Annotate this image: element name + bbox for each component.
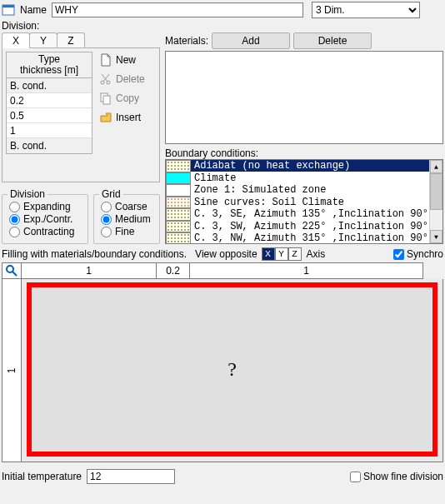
boundary-item[interactable]: Climate [166, 172, 442, 185]
insert-button[interactable]: Insert [98, 109, 154, 126]
new-button[interactable]: New [98, 52, 154, 68]
color-swatch [166, 172, 191, 185]
materials-add-button[interactable]: Add [212, 32, 290, 49]
thickness-row[interactable]: B. cond. [7, 78, 92, 93]
insert-icon [99, 111, 112, 124]
name-input[interactable] [52, 2, 303, 17]
app-icon [2, 3, 15, 17]
grid-fine[interactable]: Fine [101, 226, 152, 237]
boundary-label: Boundary conditions: [165, 147, 258, 159]
magnifier-button[interactable] [2, 262, 22, 279]
division-contracting[interactable]: Contracting [9, 226, 81, 237]
tab-z[interactable]: Z [57, 32, 85, 48]
new-icon [99, 53, 112, 67]
name-label: Name [20, 4, 47, 16]
scissors-icon [99, 72, 112, 86]
boundary-item[interactable]: C. 3, NW, Azimuth 315° ,Inclination 90° [166, 232, 442, 244]
boundary-item[interactable]: Adiabat (no heat exchange) [166, 160, 442, 172]
ruler-cell: 0.2 [157, 262, 190, 279]
thickness-row[interactable]: 0.2 [7, 93, 92, 108]
svg-point-6 [7, 266, 13, 272]
scrollbar[interactable]: ▲ ▼ [429, 160, 442, 243]
color-swatch [166, 160, 191, 172]
boundary-conditions-list[interactable]: Adiabat (no heat exchange)ClimateZone 1:… [165, 159, 443, 244]
initial-temp-input[interactable] [87, 469, 175, 484]
division-exp-contr-[interactable]: Exp./Contr. [9, 213, 81, 225]
scroll-thumb[interactable] [430, 173, 442, 210]
svg-rect-5 [103, 96, 110, 104]
filling-text: Filling with materials/boundary conditio… [2, 248, 187, 260]
thickness-row[interactable]: 0.5 [7, 108, 92, 123]
axis-x-button[interactable]: X [262, 247, 275, 261]
grid-groupbox: Grid CoarseMediumFine [93, 194, 160, 244]
scroll-up-button[interactable]: ▲ [430, 160, 442, 173]
thickness-table[interactable]: Type thickness [m] B. cond.0.20.51B. con… [6, 52, 92, 154]
drawing-canvas[interactable]: ? [22, 279, 443, 462]
grid-medium[interactable]: Medium [101, 213, 152, 225]
boundary-item[interactable]: C. 3, SE, Azimuth 135° ,Inclination 90° [166, 208, 442, 221]
delete-button: Delete [98, 71, 154, 87]
copy-button: Copy [98, 90, 154, 107]
materials-label: Materials: [165, 35, 208, 47]
color-swatch [166, 208, 191, 221]
color-swatch [166, 221, 191, 233]
division-groupbox: Division ExpandingExp./Contr.Contracting [2, 194, 88, 244]
axis-y-button[interactable]: Y [275, 247, 288, 261]
thickness-row[interactable]: 1 [7, 123, 92, 138]
tab-x[interactable]: X [2, 32, 30, 48]
initial-temp-label: Initial temperature [2, 471, 82, 482]
axis-label: Axis [307, 248, 326, 260]
view-opposite-label: View opposite [195, 248, 258, 260]
dimension-select[interactable]: 1 Dim.2 Dim.3 Dim. [312, 2, 420, 18]
element-placeholder[interactable]: ? [27, 282, 438, 457]
boundary-item[interactable]: Sine curves: Soil Climate [166, 197, 442, 209]
thickness-header: Type thickness [m] [7, 52, 92, 78]
division-expanding[interactable]: Expanding [9, 201, 81, 212]
color-swatch [166, 232, 191, 244]
copy-icon [99, 92, 112, 105]
boundary-item[interactable]: C. 3, SW, Azimuth 225° ,Inclination 90° [166, 221, 442, 233]
scroll-down-button[interactable]: ▼ [430, 230, 442, 243]
materials-delete-button[interactable]: Delete [293, 32, 372, 49]
color-swatch [166, 197, 191, 209]
color-swatch [166, 184, 191, 197]
division-section-label: Division: [2, 20, 443, 32]
boundary-item[interactable]: Zone 1: Simulated zone [166, 184, 442, 197]
grid-coarse[interactable]: Coarse [101, 201, 152, 212]
synchro-checkbox[interactable]: Synchro [393, 248, 443, 260]
ruler-cell: 1 [190, 262, 423, 279]
axis-z-button[interactable]: Z [288, 247, 302, 261]
materials-list[interactable] [165, 51, 443, 144]
ruler-cell: 1 [22, 262, 157, 279]
y-ruler: 1 [2, 279, 22, 462]
svg-rect-1 [2, 5, 14, 7]
show-fine-checkbox[interactable]: Show fine division [350, 471, 443, 482]
tab-y[interactable]: Y [29, 32, 58, 48]
thickness-row[interactable]: B. cond. [7, 138, 92, 153]
